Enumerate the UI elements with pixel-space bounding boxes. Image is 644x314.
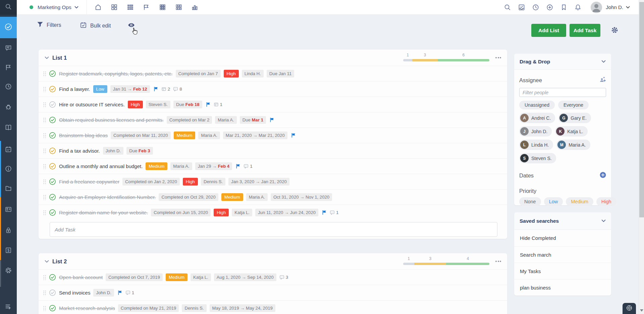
priority-filter-chip[interactable]: Low	[544, 197, 563, 206]
view-settings-gear-icon[interactable]	[611, 26, 619, 35]
task-row[interactable]: Find a tax advisor.John D.Due Feb 3	[39, 143, 507, 158]
task-title[interactable]: Register trademark, copyrights, logos, p…	[59, 71, 173, 76]
drag-handle-icon[interactable]	[43, 117, 46, 123]
filter-people-input[interactable]	[519, 88, 606, 97]
task-check-circle[interactable]	[49, 101, 56, 108]
kanban-view-icon[interactable]	[175, 3, 183, 11]
person-chip[interactable]: LLinda H.	[519, 140, 553, 150]
task-check-circle[interactable]	[49, 116, 56, 123]
add-task-button[interactable]: Add Task	[570, 24, 600, 37]
saved-search-item[interactable]: Search march	[514, 246, 611, 263]
person-chip[interactable]: JJohn D.	[519, 126, 552, 137]
saved-searches-header[interactable]: Saved searches	[514, 212, 611, 230]
sidebar-item-contacts[interactable]	[0, 201, 17, 219]
scrollbar-thumb[interactable]	[639, 2, 644, 217]
drag-handle-icon[interactable]	[43, 102, 46, 108]
workspace-name[interactable]: Marketing Ops	[38, 4, 71, 10]
add-task-input[interactable]	[50, 222, 497, 237]
sidebar-item-calendar[interactable]	[0, 141, 17, 159]
task-title[interactable]: Find a tax advisor.	[59, 148, 100, 154]
sidebar-item-files[interactable]	[0, 180, 17, 198]
sidebar-item-info[interactable]	[0, 161, 17, 178]
chip-unassigned[interactable]: Unassigned	[519, 101, 555, 109]
my-tasks-icon[interactable]	[518, 3, 526, 11]
sidebar-item-tasks[interactable]	[0, 17, 17, 38]
task-row[interactable]: Hire or outsource IT services.HighSteven…	[39, 97, 507, 112]
task-row[interactable]: Open bank accountCompleted on Oct 7, 201…	[39, 269, 507, 285]
task-row[interactable]: Find a freelance copywriterCompleted on …	[39, 174, 507, 189]
notifications-icon[interactable]	[574, 3, 582, 11]
drag-handle-icon[interactable]	[43, 305, 46, 311]
sidebar-item-recent[interactable]	[0, 78, 17, 96]
task-check-circle[interactable]	[49, 274, 56, 281]
task-check-circle[interactable]	[49, 70, 56, 77]
board-view-icon[interactable]	[110, 3, 118, 11]
saved-search-item[interactable]: Hide Completed	[514, 230, 611, 246]
sidebar-item-milestones[interactable]	[0, 59, 17, 77]
task-row[interactable]: Send invoicesJohn D.1	[39, 285, 507, 300]
person-chip[interactable]: SSteven S.	[519, 153, 556, 163]
add-list-button[interactable]: Add List	[531, 24, 566, 37]
task-row[interactable]: Brainstorm blog ideasCompleted on Mar 11…	[39, 127, 507, 143]
drag-handle-icon[interactable]	[43, 133, 46, 139]
task-row[interactable]: Market research analysisCompleted on May…	[39, 300, 507, 314]
sidebar-item-bugs[interactable]	[0, 99, 17, 116]
chevron-down-icon[interactable]	[45, 258, 49, 264]
task-row[interactable]: Obtain required business licenses and pe…	[39, 112, 507, 127]
recent-icon[interactable]	[532, 3, 540, 11]
task-row[interactable]: Outline a monthly and annual budget.Medi…	[39, 158, 507, 174]
add-date-icon[interactable]	[600, 172, 606, 179]
sidebar-item-settings[interactable]	[0, 262, 17, 280]
sidebar-item-billing[interactable]: $	[0, 242, 17, 260]
drag-handle-icon[interactable]	[43, 179, 46, 185]
add-icon[interactable]	[546, 3, 554, 11]
person-chip[interactable]: AAndrei C.	[519, 113, 555, 123]
scrollbar-down-arrow[interactable]	[640, 309, 643, 312]
bulk-edit-button[interactable]: Bulk edit	[80, 21, 111, 30]
list-menu-button[interactable]	[495, 55, 502, 60]
person-chip[interactable]: KKatja L.	[555, 126, 587, 137]
drag-handle-icon[interactable]	[43, 210, 46, 216]
drag-handle-icon[interactable]	[43, 274, 46, 280]
user-name[interactable]: John D.	[606, 4, 623, 10]
drag-handle-icon[interactable]	[43, 148, 46, 154]
task-title[interactable]: Brainstorm blog ideas	[59, 133, 108, 138]
drag-drop-panel-header[interactable]: Drag & Drop	[514, 54, 611, 70]
grid-view-icon[interactable]	[159, 3, 167, 11]
timeline-view-icon[interactable]	[143, 3, 151, 11]
priority-filter-chip[interactable]: None	[519, 197, 541, 206]
saved-search-item[interactable]: My Tasks	[514, 263, 611, 279]
task-row[interactable]: Acquire an Employer Identification Numbe…	[39, 189, 507, 205]
chevron-down-icon[interactable]	[626, 6, 630, 9]
task-title[interactable]: Open bank account	[59, 274, 103, 280]
sidebar-item-comments[interactable]	[0, 40, 17, 57]
task-check-circle[interactable]	[49, 147, 56, 154]
filters-button[interactable]: Filters	[37, 21, 61, 29]
drag-handle-icon[interactable]	[43, 163, 46, 169]
list-view-icon[interactable]	[126, 3, 135, 11]
task-title[interactable]: Outline a monthly and annual budget.	[59, 163, 143, 169]
home-icon[interactable]	[94, 3, 102, 11]
task-title[interactable]: Send invoices	[59, 290, 90, 296]
priority-filter-chip[interactable]: Medium	[566, 197, 593, 206]
drag-handle-icon[interactable]	[43, 290, 46, 296]
drag-handle-icon[interactable]	[43, 194, 46, 200]
task-check-circle[interactable]	[49, 305, 56, 312]
page-scrollbar[interactable]	[639, 0, 644, 314]
sidebar-collapse-button[interactable]	[0, 298, 17, 314]
list-title[interactable]: List 2	[52, 258, 67, 265]
person-chip[interactable]: MMaria A.	[556, 140, 590, 150]
task-check-circle[interactable]	[49, 163, 56, 170]
task-title[interactable]: Find a freelance copywriter	[59, 179, 119, 185]
task-title[interactable]: Hire or outsource IT services.	[59, 102, 125, 107]
priority-filter-chip[interactable]: High	[596, 197, 616, 206]
task-check-circle[interactable]	[49, 209, 56, 216]
task-row[interactable]: Find a lawyer.LowJan 31 → Feb 1228	[39, 81, 507, 97]
bookmark-icon[interactable]	[560, 3, 568, 11]
add-person-icon[interactable]	[599, 76, 606, 84]
screen-recorder-widget[interactable]	[623, 303, 636, 314]
task-check-circle[interactable]	[49, 289, 56, 296]
task-row[interactable]: Register trademark, copyrights, logos, p…	[39, 66, 507, 81]
chart-view-icon[interactable]	[191, 3, 199, 11]
task-title[interactable]: Market research analysis	[59, 305, 115, 311]
